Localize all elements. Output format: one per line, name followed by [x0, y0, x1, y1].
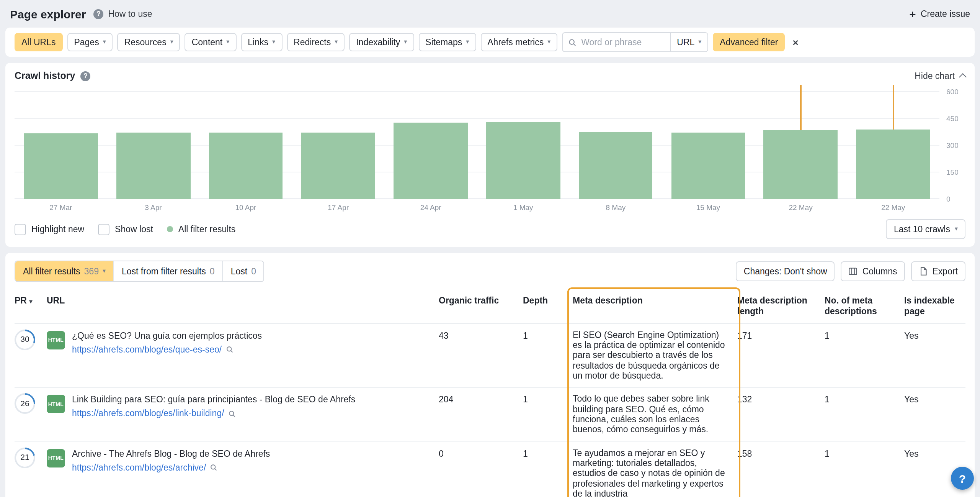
- html-file-icon: HTML: [47, 449, 65, 467]
- magnifier-icon[interactable]: [228, 410, 236, 418]
- advanced-filter-button[interactable]: Advanced filter: [713, 33, 785, 51]
- chevron-down-icon: ▾: [226, 39, 229, 45]
- magnifier-icon[interactable]: [210, 464, 217, 471]
- crawl-range-dropdown[interactable]: Last 10 crawls ▾: [886, 219, 965, 239]
- filter-dropdown-group: Pages ▾ Resources ▾ Content ▾ Links ▾ Re…: [67, 33, 557, 51]
- chart-x-axis: 27 Mar3 Apr10 Apr17 Apr24 Apr1 May8 May1…: [15, 203, 939, 212]
- x-axis-label: 22 May: [755, 203, 847, 212]
- search-icon: [563, 38, 578, 46]
- page-rating-ring: 21: [15, 447, 35, 468]
- page-rating-ring: 30: [15, 330, 35, 350]
- filter-dropdown-pages[interactable]: Pages ▾: [67, 33, 113, 51]
- show-lost-checkbox[interactable]: Show lost: [98, 223, 153, 235]
- crawl-bar-slot[interactable]: [15, 92, 107, 199]
- filter-dropdown-redirects[interactable]: Redirects ▾: [287, 33, 345, 51]
- export-button[interactable]: Export: [911, 261, 966, 281]
- x-axis-label: 27 Mar: [15, 203, 107, 212]
- crawl-chart-footer: Highlight new Show lost All filter resul…: [15, 219, 965, 239]
- crawl-bar-slot[interactable]: [199, 92, 292, 199]
- crawl-bar[interactable]: [671, 132, 745, 199]
- column-header-is-indexable-page[interactable]: Is indexable page: [904, 291, 965, 323]
- filter-dropdown-links[interactable]: Links ▾: [241, 33, 282, 51]
- meta-description-cell: El SEO (Search Engine Optimization) es l…: [567, 324, 737, 387]
- columns-icon: [849, 267, 858, 276]
- help-circle-icon: ?: [93, 9, 103, 19]
- results-tab-lost-from-filter-results[interactable]: Lost from filter results 0: [113, 261, 222, 281]
- column-header-meta-description[interactable]: Meta description: [567, 291, 737, 323]
- chevron-down-icon: ▾: [29, 298, 32, 305]
- close-filter-icon[interactable]: ×: [790, 36, 802, 48]
- how-to-use-link[interactable]: ? How to use: [93, 9, 152, 19]
- help-circle-icon[interactable]: ?: [80, 71, 90, 81]
- crawl-history-panel: Crawl history ? Hide chart 27 Mar3 Apr10…: [5, 63, 975, 247]
- search-input[interactable]: [578, 38, 670, 47]
- crawl-bar-slot[interactable]: [292, 92, 385, 199]
- crawl-bar-slot[interactable]: [755, 92, 847, 199]
- crawl-bar-slot[interactable]: [477, 92, 570, 199]
- help-fab[interactable]: ?: [951, 467, 974, 490]
- html-file-icon: HTML: [47, 395, 65, 413]
- page-url-link[interactable]: https://ahrefs.com/blog/es/archive/: [72, 462, 206, 473]
- chart-y-axis: 0150300450600: [939, 92, 965, 199]
- y-axis-label: 0: [946, 195, 951, 203]
- highlight-new-checkbox[interactable]: Highlight new: [15, 223, 84, 235]
- crawl-bar[interactable]: [24, 133, 98, 199]
- y-axis-label: 450: [946, 114, 959, 123]
- chevron-down-icon: ▾: [547, 39, 550, 45]
- column-header-organic-traffic[interactable]: Organic traffic: [439, 291, 523, 323]
- crawl-bar[interactable]: [209, 132, 283, 199]
- y-axis-label: 300: [946, 141, 959, 149]
- crawl-bar[interactable]: [301, 133, 375, 199]
- crawl-bar[interactable]: [764, 130, 838, 199]
- crawl-bar-slot[interactable]: [847, 92, 939, 199]
- search-scope-dropdown[interactable]: URL ▾: [670, 33, 707, 51]
- page-explorer-app: Page explorer ? How to use + Create issu…: [0, 0, 980, 497]
- table-row: 26 HTML Link Building para SEO: guía par…: [15, 388, 965, 442]
- crawl-bar-slot[interactable]: [570, 92, 662, 199]
- x-axis-label: 3 Apr: [107, 203, 200, 212]
- filter-dropdown-indexability[interactable]: Indexability ▾: [349, 33, 414, 51]
- page-url-link[interactable]: https://ahrefs.com/blog/es/link-building…: [72, 408, 224, 420]
- crawl-bar-slot[interactable]: [384, 92, 477, 199]
- filter-all-urls[interactable]: All URLs: [15, 33, 62, 51]
- chevron-up-icon: [959, 73, 967, 81]
- results-tab-lost[interactable]: Lost 0: [222, 261, 264, 281]
- results-table: PR ▾ URL Organic traffic Depth Meta desc…: [15, 291, 965, 497]
- crawl-bar-slot[interactable]: [107, 92, 200, 199]
- crawl-bar[interactable]: [394, 122, 468, 199]
- magnifier-icon[interactable]: [225, 346, 233, 353]
- filter-dropdown-resources[interactable]: Resources ▾: [118, 33, 180, 51]
- crawl-bar[interactable]: [856, 130, 930, 199]
- hide-chart-button[interactable]: Hide chart: [915, 71, 965, 80]
- crawl-bar[interactable]: [116, 133, 190, 199]
- column-header-meta-description-length[interactable]: Meta description length: [737, 291, 825, 323]
- x-axis-label: 22 May: [847, 203, 939, 212]
- meta-description-length-cell: 171: [737, 324, 825, 387]
- filter-dropdown-ahrefs-metrics[interactable]: Ahrefs metrics ▾: [480, 33, 557, 51]
- page-url-link[interactable]: https://ahrefs.com/blog/es/que-es-seo/: [72, 344, 222, 355]
- organic-traffic-cell: 43: [439, 324, 523, 387]
- no-of-meta-descriptions-cell: 1: [825, 324, 904, 387]
- chevron-down-icon: ▾: [955, 226, 958, 232]
- filter-dropdown-content[interactable]: Content ▾: [185, 33, 237, 51]
- results-tab-all-filter-results[interactable]: All filter results 369 ▾: [15, 261, 113, 281]
- crawl-history-header: Crawl history ? Hide chart: [15, 71, 965, 81]
- crawl-history-title: Crawl history: [15, 71, 75, 81]
- chevron-down-icon: ▾: [103, 39, 106, 45]
- create-issue-button[interactable]: + Create issue: [909, 9, 970, 18]
- column-header-pr[interactable]: PR ▾: [15, 291, 47, 323]
- column-header-url[interactable]: URL: [47, 291, 439, 323]
- columns-button[interactable]: Columns: [841, 261, 905, 281]
- column-header-depth[interactable]: Depth: [523, 291, 567, 323]
- filter-dropdown-sitemaps[interactable]: Sitemaps ▾: [418, 33, 476, 51]
- crawl-bar-slot[interactable]: [662, 92, 755, 199]
- search-group: URL ▾: [562, 32, 708, 52]
- crawl-bar[interactable]: [486, 121, 560, 199]
- x-axis-label: 17 Apr: [292, 203, 385, 212]
- plus-icon: +: [909, 10, 916, 18]
- crawl-bar[interactable]: [579, 132, 653, 199]
- column-header-no-of-meta-descriptions[interactable]: No. of meta descriptions: [825, 291, 904, 323]
- no-of-meta-descriptions-cell: 1: [825, 388, 904, 441]
- page-rating-ring: 26: [15, 394, 35, 414]
- changes-dropdown[interactable]: Changes: Don't show: [736, 261, 835, 281]
